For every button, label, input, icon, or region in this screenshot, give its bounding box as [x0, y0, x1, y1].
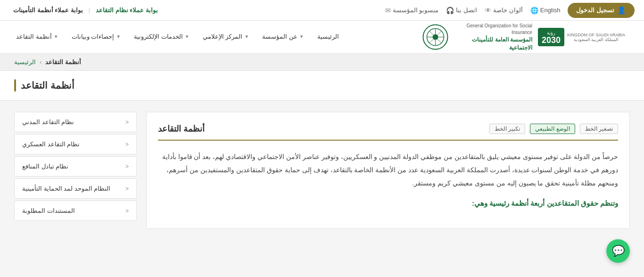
top-nav-items: English 🌐 ألوان خاصة 👁 اتصل بنا 🎧 منسوبو…: [385, 7, 561, 14]
breadcrumb-current: أنظمة التقاعد: [45, 59, 81, 66]
content-title: أنظمة التقاعد: [158, 124, 205, 134]
user-icon: 👤: [617, 6, 626, 15]
nav-about-arrow: ▼: [299, 34, 304, 39]
contact-link[interactable]: اتصل بنا 🎧: [446, 7, 477, 14]
nav-stats-label: إحصاءات وبيانات: [72, 33, 115, 40]
content-area: تصغير الخط الوضع الطبيعي تكبير الخط أنظم…: [146, 112, 630, 229]
sidebar-item-exchange-label: نظام تبادل المنافع: [22, 163, 68, 170]
logo-icon: [422, 24, 448, 50]
vision-kingdom-ar: المملكة العربية السعودية: [567, 37, 625, 42]
sidebar-item-military[interactable]: < نظام التقاعد العسكري: [14, 134, 137, 154]
font-decrease-button[interactable]: تصغير الخط: [580, 124, 618, 134]
nav-retirement-arrow: ▼: [54, 34, 58, 39]
sidebar-chevron-0: <: [125, 119, 129, 126]
separator: |: [89, 7, 90, 14]
staff-label: منسوبو المؤسسة: [393, 7, 439, 14]
colors-label: ألوان خاصة: [493, 7, 523, 14]
sidebar-chevron-2: <: [125, 163, 129, 170]
vision-2030: KINGDOM OF SAUDI ARABIA المملكة العربية …: [538, 28, 625, 46]
logo-text: General Organization for Social Insuranc…: [452, 23, 532, 52]
top-bar-left: 👤 تسجيل الدخول English 🌐 ألوان خاصة 👁 ات…: [385, 3, 635, 18]
font-increase-button[interactable]: تكبير الخط: [489, 124, 525, 134]
main-content: تصغير الخط الوضع الطبيعي تكبير الخط أنظم…: [0, 101, 644, 240]
nav-services-arrow: ▼: [185, 34, 190, 39]
sidebar-item-civil-label: نظام التقاعد المدني: [22, 118, 74, 126]
colors-link[interactable]: ألوان خاصة 👁: [485, 7, 523, 14]
main-nav: KINGDOM OF SAUDI ARABIA المملكة العربية …: [0, 21, 644, 54]
contact-label: اتصل بنا: [456, 7, 477, 14]
page-title: أنظمة التقاعد: [14, 79, 74, 92]
english-link[interactable]: English 🌐: [530, 7, 561, 14]
content-bold-title: وتنظم حقوق المتقاعدين أربعة أنظمة رئيسية…: [158, 196, 618, 210]
content-paragraph: حرصاً من الدولة على توفير مستوى معيشي يل…: [158, 150, 618, 190]
nav-home-label: الرئيسية: [317, 33, 339, 40]
sidebar-item-exchange[interactable]: < نظام تبادل المنافع: [14, 156, 137, 176]
vision-box: رؤية 2030: [538, 28, 564, 46]
breadcrumb-home[interactable]: الرئيسية: [14, 59, 36, 66]
font-controls: تصغير الخط الوضع الطبيعي تكبير الخط: [489, 124, 618, 134]
nav-menu: الرئيسية ▼ عن المؤسسة ▼ المركز الإعلامي …: [9, 21, 346, 54]
vision-label: رؤية: [547, 30, 555, 35]
login-label: تسجيل الدخول: [576, 7, 614, 14]
sidebar-chevron-1: <: [125, 141, 129, 148]
sidebar-chevron-3: <: [125, 185, 129, 192]
nav-services-label: الخدمات الإلكترونية: [134, 33, 183, 40]
globe-icon: 🌐: [530, 7, 538, 14]
staff-link[interactable]: منسوبو المؤسسة ✉: [385, 7, 439, 14]
portal-customers-link[interactable]: بوابة عملاء نظام التقاعد: [92, 7, 162, 14]
title-decoration: [14, 79, 16, 92]
sidebar-chevron-4: <: [125, 208, 129, 214]
nav-home[interactable]: الرئيسية: [311, 21, 346, 54]
top-bar: 👤 تسجيل الدخول English 🌐 ألوان خاصة 👁 ات…: [0, 0, 644, 21]
logo-container: General Organization for Social Insuranc…: [422, 23, 532, 52]
headset-icon: 🎧: [446, 7, 454, 14]
nav-retirement-label: أنظمة التقاعد: [16, 33, 52, 40]
nav-about-label: عن المؤسسة: [262, 33, 297, 40]
sidebar-item-unified-label: النظام الموحد لمد الحماية التأمينية: [22, 185, 110, 192]
eye-icon: 👁: [485, 7, 491, 14]
nav-retirement[interactable]: ▼ أنظمة التقاعد: [9, 21, 65, 54]
sidebar-item-military-label: نظام التقاعد العسكري: [22, 141, 80, 148]
font-normal-button[interactable]: الوضع الطبيعي: [530, 124, 575, 134]
sidebar-item-documents[interactable]: < المستندات المطلوبة: [14, 201, 137, 221]
sidebar-item-civil[interactable]: < نظام التقاعد المدني: [14, 112, 137, 132]
logo-en-text: General Organization for Social Insuranc…: [452, 23, 532, 36]
nav-stats[interactable]: ▼ إحصاءات وبيانات: [65, 21, 128, 54]
nav-services[interactable]: ▼ الخدمات الإلكترونية: [127, 21, 196, 54]
nav-about[interactable]: ▼ عن المؤسسة: [256, 21, 311, 54]
vision-kingdom: KINGDOM OF SAUDI ARABIA: [567, 33, 625, 37]
content-header: تصغير الخط الوضع الطبيعي تكبير الخط أنظم…: [158, 124, 618, 141]
nav-logo: KINGDOM OF SAUDI ARABIA المملكة العربية …: [422, 23, 635, 52]
logo-ar-text: المؤسسة العامة للتأمينات الاجتماعية: [452, 36, 532, 52]
english-label: English: [540, 7, 561, 14]
page-title-bar: أنظمة التقاعد: [0, 71, 644, 101]
top-bar-right: بوابة عملاء نظام التقاعد | بوابة عملاء أ…: [9, 7, 162, 14]
nav-media-arrow: ▼: [244, 34, 249, 39]
sidebar-item-unified[interactable]: < النظام الموحد لمد الحماية التأمينية: [14, 178, 137, 199]
vision-year: 2030: [542, 36, 561, 44]
email-icon: ✉: [385, 7, 391, 14]
login-button[interactable]: 👤 تسجيل الدخول: [568, 3, 635, 18]
page-title-text: أنظمة التقاعد: [21, 80, 74, 91]
breadcrumb-separator: ›: [40, 59, 41, 66]
nav-media[interactable]: ▼ المركز الإعلامي: [196, 21, 256, 54]
portal-link[interactable]: بوابة عملاء أنظمة التأمينات: [9, 7, 87, 14]
sidebar: < نظام التقاعد المدني < نظام التقاعد الع…: [14, 112, 137, 223]
content-text: حرصاً من الدولة على توفير مستوى معيشي يل…: [158, 150, 618, 210]
nav-media-label: المركز الإعلامي: [203, 33, 243, 40]
breadcrumb: أنظمة التقاعد › الرئيسية: [0, 54, 644, 71]
sidebar-item-documents-label: المستندات المطلوبة: [22, 207, 75, 214]
nav-stats-arrow: ▼: [116, 34, 121, 39]
